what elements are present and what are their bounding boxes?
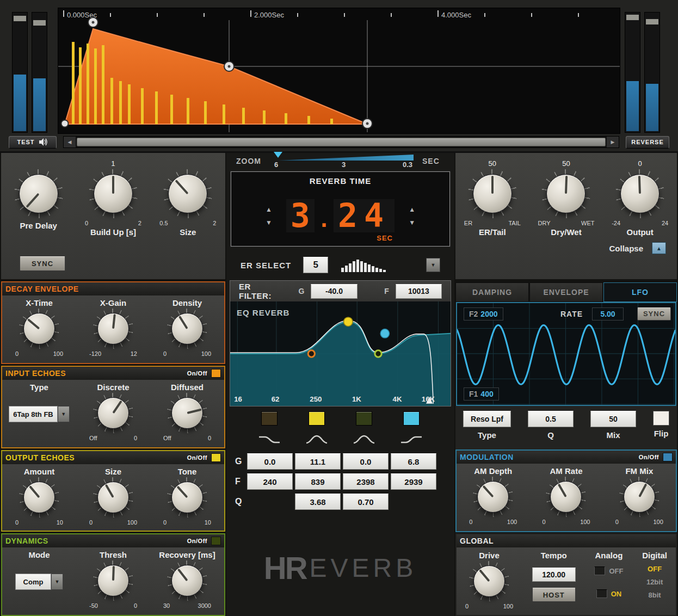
eq-band-2-button[interactable] xyxy=(309,411,325,426)
er-tail-knob[interactable] xyxy=(467,168,518,219)
eq-gain-3-field[interactable]: 0.0 xyxy=(343,453,389,470)
eq-gain-4-field[interactable]: 6.8 xyxy=(391,453,436,470)
eq-q-3-field[interactable]: 0.70 xyxy=(343,494,389,510)
high-shelf-icon[interactable] xyxy=(399,434,423,446)
spin-down-icon[interactable]: ▼ xyxy=(409,219,415,226)
knob-dial[interactable] xyxy=(171,565,203,596)
predelay-sync-button[interactable]: SYNC xyxy=(20,256,65,271)
lfo-rate-field[interactable]: 5.00 xyxy=(592,307,624,321)
eq-band-1-button[interactable] xyxy=(261,411,278,426)
fm-mix-knob[interactable] xyxy=(618,476,661,518)
knob-dial[interactable] xyxy=(23,482,55,513)
knob-dial[interactable] xyxy=(473,565,505,597)
eq-freq-4-field[interactable]: 2939 xyxy=(391,473,436,490)
eq-freq-1-field[interactable]: 240 xyxy=(247,473,293,490)
collapse-button[interactable]: ▲ xyxy=(652,242,666,254)
modulation-onoff-toggle[interactable] xyxy=(663,453,673,461)
eq-band-4-handle[interactable] xyxy=(380,329,389,338)
zoom-marker[interactable] xyxy=(274,152,282,158)
lfo-filter-mix-field[interactable]: 50 xyxy=(590,411,636,427)
am-depth-knob[interactable] xyxy=(472,476,514,518)
analog-on-toggle[interactable] xyxy=(596,589,607,598)
lfo-f1-field[interactable]: F1 400 xyxy=(464,387,499,401)
input-echo-type-select[interactable]: 6Tap 8th FB ▼ xyxy=(9,406,69,422)
eq-gain-2-field[interactable]: 11.1 xyxy=(295,453,341,470)
knob-dial[interactable] xyxy=(171,397,203,429)
eq-band-4-button[interactable] xyxy=(403,411,420,426)
size-knob[interactable] xyxy=(162,168,213,219)
knob-dial[interactable] xyxy=(624,481,655,513)
lfo-filter-q-field[interactable]: 0.5 xyxy=(528,411,574,427)
lfo-sync-button[interactable]: SYNC xyxy=(637,307,671,321)
knob-dial[interactable] xyxy=(473,174,512,213)
reverb-time-value[interactable]: 3 . 24 xyxy=(286,199,395,232)
scrollbar-thumb[interactable] xyxy=(77,138,606,146)
recovery-knob[interactable] xyxy=(166,559,208,602)
out-size-knob[interactable] xyxy=(92,476,134,519)
knob-dial[interactable] xyxy=(94,174,133,213)
knob-dial[interactable] xyxy=(620,174,659,213)
knob-dial[interactable] xyxy=(97,482,129,513)
tab-envelope[interactable]: ENVELOPE xyxy=(529,282,603,302)
knob-dial[interactable] xyxy=(97,397,129,429)
tone-knob[interactable] xyxy=(166,476,208,519)
eq-q-2-field[interactable]: 3.68 xyxy=(295,494,341,510)
eq-freq-2-field[interactable]: 839 xyxy=(295,473,341,490)
output-knob[interactable] xyxy=(614,168,665,219)
knob-dial[interactable] xyxy=(168,174,207,213)
knob-dial[interactable] xyxy=(97,313,129,344)
reverse-button[interactable]: REVERSE xyxy=(626,136,669,149)
mode-value[interactable]: Comp xyxy=(15,574,51,590)
low-shelf-icon[interactable] xyxy=(257,434,281,446)
bell-icon[interactable] xyxy=(305,434,329,446)
thresh-knob[interactable] xyxy=(92,559,134,602)
host-button[interactable]: HOST xyxy=(532,588,576,602)
discrete-knob[interactable] xyxy=(92,392,134,434)
scroll-left-arrow[interactable]: ◀ xyxy=(64,137,76,147)
scroll-right-arrow[interactable]: ▶ xyxy=(607,137,619,147)
dynamics-mode-select[interactable]: Comp ▼ xyxy=(15,574,63,590)
reverb-time-stepper-right[interactable]: ▲ ▼ xyxy=(409,206,415,226)
spin-up-icon[interactable]: ▲ xyxy=(409,206,415,213)
amount-knob[interactable] xyxy=(18,476,60,519)
er-filter-gain-field[interactable]: -40.0 xyxy=(311,284,357,299)
dropdown-arrow-icon[interactable]: ▼ xyxy=(51,574,63,590)
reverb-time-stepper-left[interactable]: ▲ ▼ xyxy=(266,206,272,226)
lfo-f2-field[interactable]: F2 2000 xyxy=(464,307,503,321)
drive-knob[interactable] xyxy=(468,560,510,602)
timeline-scrollbar[interactable]: ◀ ▶ xyxy=(63,136,619,148)
knob-dial[interactable] xyxy=(546,174,585,213)
eq-band-1-handle[interactable] xyxy=(308,350,315,357)
am-rate-knob[interactable] xyxy=(545,476,587,518)
digital-12bit-option[interactable]: 12bit xyxy=(646,578,663,586)
lfo-filter-type-select[interactable]: Reso Lpf xyxy=(463,411,511,427)
knob-dial[interactable] xyxy=(23,313,55,344)
input-echoes-onoff-toggle[interactable] xyxy=(211,369,221,378)
er-filter-freq-field[interactable]: 10013 xyxy=(396,284,442,299)
bell-icon[interactable] xyxy=(352,434,376,446)
tempo-value-field[interactable]: 120.00 xyxy=(532,568,576,582)
eq-freq-3-field[interactable]: 2398 xyxy=(343,473,389,490)
eq-band-3-button[interactable] xyxy=(356,411,372,426)
dropdown-arrow-icon[interactable]: ▼ xyxy=(58,406,70,422)
tab-damping[interactable]: DAMPING xyxy=(455,282,529,302)
eq-band-3-handle[interactable] xyxy=(375,350,381,357)
dry-wet-knob[interactable] xyxy=(540,168,591,219)
digital-off-option[interactable]: OFF xyxy=(648,565,662,573)
lfo-flip-button[interactable] xyxy=(653,411,669,426)
x-gain-knob[interactable] xyxy=(92,307,134,350)
knob-dial[interactable] xyxy=(171,313,203,344)
analog-off-toggle[interactable] xyxy=(594,566,605,575)
spin-down-icon[interactable]: ▼ xyxy=(266,219,272,226)
x-time-knob[interactable] xyxy=(18,307,60,350)
output-echoes-onoff-toggle[interactable] xyxy=(211,453,221,462)
eq-band-2-handle[interactable] xyxy=(344,317,353,327)
spin-up-icon[interactable]: ▲ xyxy=(266,206,272,213)
digital-8bit-option[interactable]: 8bit xyxy=(649,591,661,599)
er-select-dropdown[interactable]: ▼ xyxy=(426,258,440,272)
test-button[interactable]: TEST xyxy=(9,136,57,149)
tab-lfo[interactable]: LFO xyxy=(603,282,677,302)
reverb-envelope-graph[interactable]: 0.000Sec 2.000Sec 4.000Sec xyxy=(58,8,620,134)
predelay-knob[interactable] xyxy=(13,168,64,219)
eq-graph[interactable]: EQ REVERB 16 62 250 xyxy=(230,301,451,406)
